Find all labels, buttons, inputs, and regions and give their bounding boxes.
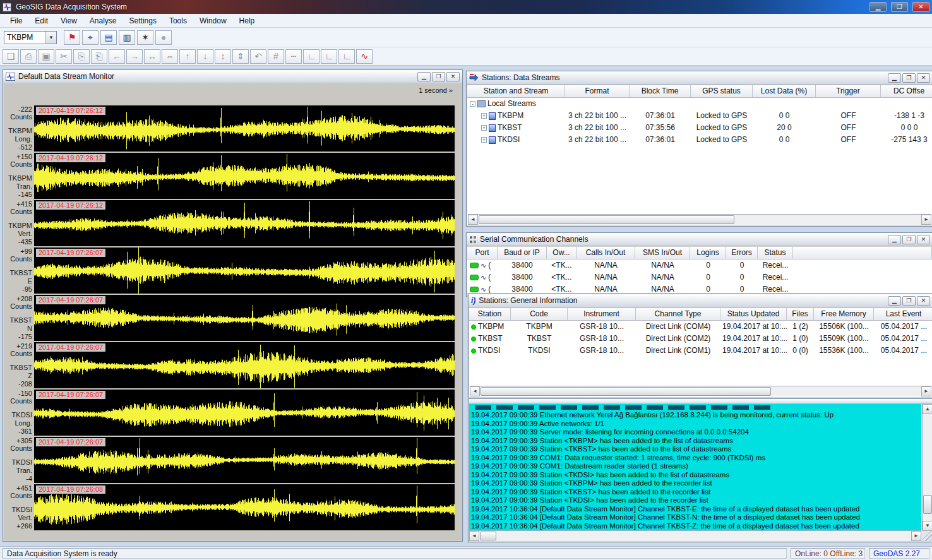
serial-column-header[interactable]: Port (467, 247, 498, 259)
undo-button[interactable]: ↶ (250, 49, 266, 64)
menu-edit[interactable]: Edit (28, 15, 54, 27)
expand-icon[interactable]: + (481, 137, 487, 143)
general-column-header[interactable]: Instrument (568, 308, 636, 321)
general-minimize-button[interactable]: ▁ (888, 296, 901, 306)
expand-horizontal-button[interactable]: ↔ (144, 49, 160, 64)
tree-root-row[interactable]: -Local Streams (467, 98, 932, 110)
serial-column-header[interactable]: Errors (726, 247, 758, 259)
compress-horizontal-button[interactable]: ⇔ (162, 49, 178, 64)
menu-file[interactable]: File (4, 15, 28, 27)
station-info-row[interactable]: TKDSITKDSIGSR-18 10...Direct Link (COM1)… (469, 345, 932, 357)
window-stations-general-information[interactable]: i) Stations: General Information ▁ ❐ ✕ S… (468, 294, 932, 398)
expand-icon[interactable]: + (481, 125, 487, 131)
log-message-area[interactable]: 19.04.2017 09:00:39 Ethernet network Yer… (469, 404, 921, 530)
chevron-down-icon[interactable]: ▼ (45, 32, 56, 44)
serial-restore-button[interactable]: ❐ (902, 235, 916, 244)
menu-view[interactable]: View (54, 15, 83, 27)
streams-column-header[interactable]: Format (565, 85, 630, 98)
menu-window[interactable]: Window (193, 15, 233, 27)
flag-question-button[interactable]: ⚑ (64, 30, 80, 45)
recorder-button[interactable]: ▤ (100, 30, 117, 45)
scroll-down-icon[interactable]: ▼ (923, 521, 932, 531)
general-column-header[interactable]: Last Event (874, 308, 932, 321)
menu-help[interactable]: Help (233, 15, 261, 27)
streams-column-header[interactable]: Lost Data (%) (753, 85, 816, 98)
log-hscroll-thumb[interactable] (480, 532, 496, 540)
station-info-row[interactable]: TKBSTTKBSTGSR-18 10...Direct Link (COM2)… (469, 333, 932, 345)
axes-button[interactable]: ∟ (303, 49, 320, 64)
log-vscroll-thumb[interactable] (923, 495, 932, 514)
close-button[interactable]: ✕ (912, 2, 929, 12)
streams-column-header[interactable]: Station and Stream (467, 85, 565, 98)
streams-close-button[interactable]: ✕ (917, 73, 930, 83)
general-restore-button[interactable]: ❐ (902, 296, 916, 306)
general-column-header[interactable]: Code (511, 308, 568, 321)
monitor-restore-button[interactable]: ❐ (432, 72, 445, 81)
streams-column-header[interactable]: Trigger (816, 85, 881, 98)
log-vertical-scrollbar[interactable]: ▲ ▼ (922, 404, 932, 531)
stream-row[interactable]: +TKDSI3 ch 22 bit 100 ...07:36:01Locked … (467, 134, 932, 146)
wizard-wand-button[interactable]: ✶ (137, 30, 153, 45)
streams-column-header[interactable]: DC Offse (881, 85, 932, 98)
serial-column-header[interactable] (793, 247, 932, 259)
arrow-down-button[interactable]: ↓ (197, 49, 213, 64)
stream-row[interactable]: +TKBST3 ch 22 bit 100 ...07:35:56Locked … (467, 122, 932, 134)
general-column-header[interactable]: Status Updated (720, 308, 787, 321)
restore-button[interactable]: ❐ (891, 2, 908, 12)
scroll-right-icon[interactable]: ► (911, 531, 921, 541)
camera-button[interactable]: ▣ (38, 49, 54, 64)
compress-vertical-button[interactable]: ⇕ (232, 49, 249, 64)
waveform-band[interactable]: 2017-04-19 07:26:07 (34, 247, 455, 294)
axes-dashed-button[interactable]: ∟ (338, 49, 355, 64)
window-message-log[interactable]: 19.04.2017 09:00:39 Ethernet network Yer… (468, 398, 932, 542)
streams-minimize-button[interactable]: ▁ (888, 73, 901, 83)
monitor-close-button[interactable]: ✕ (446, 72, 460, 81)
streams-restore-button[interactable]: ❐ (902, 73, 916, 83)
general-column-header[interactable]: Free Memory (814, 308, 874, 321)
station-combobox[interactable]: TKBPM ▼ (4, 31, 57, 44)
station-info-row[interactable]: TKBPMTKBPMGSR-18 10...Direct Link (COM4)… (469, 321, 932, 333)
monitor-titlebar[interactable]: Default Data Stream Monitor ▁ ❐ ✕ (3, 70, 462, 83)
waveform-band[interactable]: 2017-04-19 07:26:12 (34, 200, 455, 246)
general-column-header[interactable]: Station (469, 308, 511, 321)
app-titlebar[interactable]: GeoSIG Data Acquisition System ▁ ❐ ✕ (0, 0, 932, 14)
waveform-band[interactable]: 2017-04-19 07:26:07 (34, 342, 455, 388)
serial-close-button[interactable]: ✕ (917, 235, 930, 244)
print-button[interactable]: ⎙ (20, 49, 37, 64)
serial-minimize-button[interactable]: ▁ (888, 235, 901, 244)
minimize-button[interactable]: ▁ (869, 2, 887, 12)
general-close-button[interactable]: ✕ (917, 296, 930, 306)
general-scroll-thumb[interactable] (481, 387, 771, 396)
general-column-header[interactable]: Files (787, 308, 814, 321)
serial-column-header[interactable]: Baud or IP (498, 247, 547, 259)
resize-grip[interactable] (922, 531, 932, 541)
dashed-line-button[interactable]: ┄ (285, 49, 302, 64)
scroll-right-icon[interactable]: ► (921, 215, 931, 225)
scroll-left-icon[interactable]: ◄ (468, 215, 478, 225)
monitor-minimize-button[interactable]: ▁ (417, 72, 431, 81)
waveform-band[interactable]: 2017-04-19 07:26:07 (34, 437, 455, 483)
waveform-band[interactable]: 2017-04-19 07:26:07 (34, 390, 455, 436)
serial-column-header[interactable]: Logins (690, 247, 726, 259)
general-titlebar[interactable]: i) Stations: General Information ▁ ❐ ✕ (469, 294, 932, 307)
serial-row[interactable]: ∿(38400<TK...NA/NANA/NA00Recei... (467, 271, 932, 283)
axes-dotted-button[interactable]: ∟ (321, 49, 337, 64)
general-column-header[interactable]: Channel Type (636, 308, 720, 321)
stream-monitor-button[interactable]: ▥ (119, 30, 135, 45)
paste-button[interactable]: ⎗ (91, 49, 107, 64)
window-default-data-stream-monitor[interactable]: Default Data Stream Monitor ▁ ❐ ✕ 1 seco… (3, 69, 463, 542)
record-dot-button[interactable]: ● (155, 30, 172, 45)
stations-network-button[interactable]: ⌖ (82, 30, 99, 45)
streams-titlebar[interactable]: Stations: Data Streams ▁ ❐ ✕ (467, 71, 932, 85)
streams-column-header[interactable]: GPS status (691, 85, 753, 98)
scroll-up-icon[interactable]: ▲ (923, 404, 932, 414)
serial-column-header[interactable]: Calls In/Out (577, 247, 635, 259)
general-horizontal-scrollbar[interactable]: ◄ ► (470, 386, 931, 396)
window-stations-data-streams[interactable]: Stations: Data Streams ▁ ❐ ✕ Station and… (466, 71, 932, 227)
arrow-right-button[interactable]: → (126, 49, 143, 64)
serial-column-header[interactable]: SMS In/Out (635, 247, 690, 259)
waveform-band[interactable]: 2017-04-19 07:26:12 (34, 153, 455, 199)
expand-icon[interactable]: + (481, 113, 487, 119)
serial-titlebar[interactable]: Serial Communication Channels ▁ ❐ ✕ (467, 233, 932, 246)
menu-settings[interactable]: Settings (123, 15, 163, 27)
